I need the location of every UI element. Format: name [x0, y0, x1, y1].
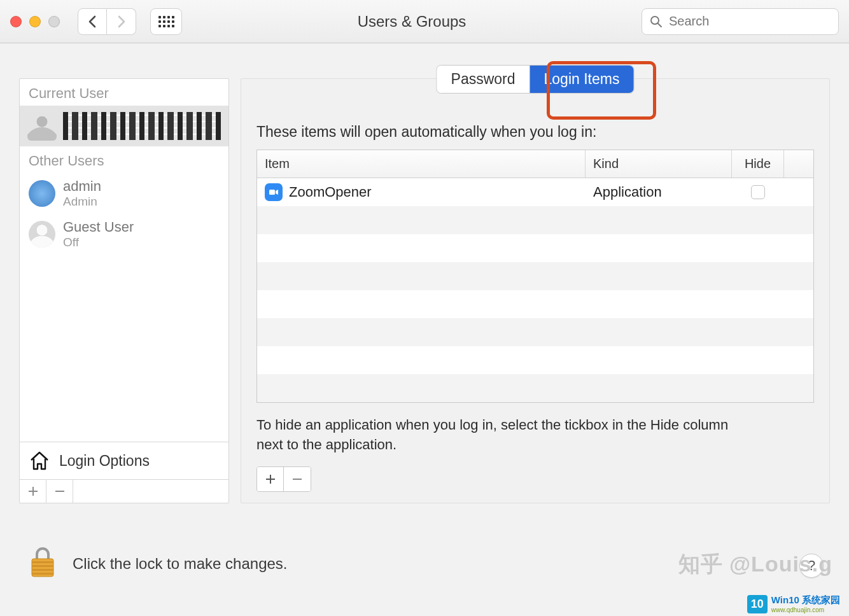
svg-rect-5 — [32, 565, 53, 567]
table-header: Item Kind Hide — [257, 150, 813, 178]
user-role: Off — [63, 235, 134, 249]
lock-button[interactable] — [28, 546, 57, 582]
plus-icon — [265, 473, 276, 485]
minimize-window-button[interactable] — [29, 16, 41, 27]
lock-icon — [28, 546, 57, 579]
question-mark-icon: ? — [808, 557, 815, 574]
current-user-name-redacted — [63, 112, 221, 140]
table-body: ZoomOpener Application — [257, 178, 813, 402]
remove-user-button[interactable] — [46, 480, 73, 503]
current-user-avatar-icon — [27, 111, 57, 141]
remove-login-item-button[interactable] — [284, 467, 311, 491]
sidebar-user-guest[interactable]: Guest User Off — [20, 214, 228, 255]
zoom-app-icon — [265, 183, 283, 201]
tab-login-items[interactable]: Login Items — [530, 66, 634, 93]
users-sidebar: Current User Other Users admin Admin Gue… — [19, 78, 229, 503]
forward-button[interactable] — [107, 8, 136, 35]
table-row — [257, 234, 813, 262]
tab-password[interactable]: Password — [437, 66, 530, 93]
add-login-item-button[interactable] — [257, 467, 284, 491]
body: Current User Other Users admin Admin Gue… — [0, 43, 849, 503]
user-avatar-icon — [29, 221, 55, 248]
search-field[interactable] — [642, 8, 839, 35]
chevron-right-icon — [117, 15, 126, 28]
table-row — [257, 290, 813, 318]
hide-checkbox[interactable] — [751, 185, 765, 199]
table-row — [257, 262, 813, 290]
hide-hint-text: To hide an application when you log in, … — [256, 416, 753, 455]
table-row — [257, 318, 813, 346]
login-items-add-remove — [256, 466, 311, 492]
chevron-left-icon — [88, 15, 97, 28]
col-kind[interactable]: Kind — [586, 150, 732, 178]
svg-rect-2 — [269, 190, 275, 195]
grid-icon — [158, 16, 174, 27]
tab-bar: Password Login Items — [437, 65, 635, 94]
close-window-button[interactable] — [10, 16, 22, 27]
help-button[interactable]: ? — [799, 554, 824, 578]
search-input[interactable] — [669, 14, 831, 29]
login-options-label: Login Options — [59, 452, 150, 470]
item-kind: Application — [586, 184, 732, 200]
current-user-row[interactable] — [20, 106, 228, 146]
main-panel: Password Login Items These items will op… — [241, 78, 830, 503]
minus-icon — [291, 473, 303, 485]
svg-rect-7 — [32, 573, 53, 575]
watermark-line2: www.qdhuajin.com — [771, 606, 840, 613]
login-options-button[interactable]: Login Options — [20, 442, 228, 479]
watermark-badge-number: 10 — [747, 595, 768, 613]
sidebar-user-admin[interactable]: admin Admin — [20, 173, 228, 214]
user-name: Guest User — [63, 219, 134, 235]
col-item[interactable]: Item — [257, 150, 586, 178]
user-name: admin — [63, 178, 101, 195]
lock-text: Click the lock to make changes. — [73, 555, 288, 573]
current-user-label: Current User — [20, 79, 228, 106]
table-row — [257, 206, 813, 234]
minus-icon — [55, 486, 65, 496]
user-role: Admin — [63, 195, 101, 209]
toolbar: Users & Groups — [0, 0, 849, 43]
svg-rect-4 — [32, 561, 53, 563]
sidebar-add-remove — [20, 479, 228, 503]
add-user-button[interactable] — [20, 480, 46, 503]
watermark-line1: Win10 系统家园 — [771, 594, 840, 606]
search-icon — [650, 15, 663, 28]
house-icon — [29, 450, 50, 472]
other-users-label: Other Users — [20, 146, 228, 173]
show-all-button[interactable] — [150, 8, 182, 35]
window-controls — [10, 16, 60, 27]
window-title: Users & Groups — [190, 13, 634, 31]
lock-row: Click the lock to make changes. — [28, 546, 288, 582]
user-avatar-icon — [29, 180, 55, 207]
svg-point-0 — [651, 17, 659, 24]
login-items-table: Item Kind Hide ZoomOpener Application — [256, 150, 814, 403]
table-row — [257, 374, 813, 402]
plus-icon — [28, 486, 38, 496]
preferences-window: Users & Groups Current User Other Users … — [0, 0, 849, 616]
watermark-badge: 10 Win10 系统家园 www.qdhuajin.com — [747, 594, 840, 613]
svg-rect-6 — [32, 569, 53, 571]
nav-buttons — [78, 8, 136, 35]
table-row — [257, 346, 813, 374]
col-spacer — [784, 150, 813, 178]
col-hide[interactable]: Hide — [732, 150, 784, 178]
item-name: ZoomOpener — [289, 184, 372, 200]
table-row[interactable]: ZoomOpener Application — [257, 178, 813, 206]
back-button[interactable] — [78, 8, 107, 35]
zoom-window-button[interactable] — [48, 16, 60, 27]
svg-line-1 — [658, 24, 661, 27]
